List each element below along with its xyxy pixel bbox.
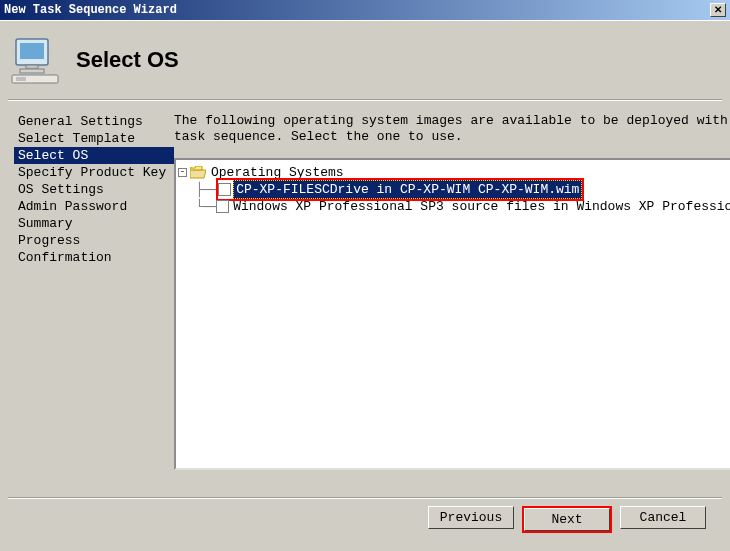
tree-line-icon: └── xyxy=(182,198,216,215)
svg-rect-5 xyxy=(16,77,26,81)
content: General Settings Select Template Select … xyxy=(8,113,722,483)
wizard-nav: General Settings Select Template Select … xyxy=(8,113,174,483)
window-body: Select OS General Settings Select Templa… xyxy=(0,20,730,551)
tree-item-label: CP-XP-FILESCDrive in CP-XP-WIM CP-XP-WIM… xyxy=(233,180,582,199)
nav-select-os[interactable]: Select OS xyxy=(14,147,174,164)
description-text: The following operating system images ar… xyxy=(174,113,730,146)
tree-collapse-icon[interactable]: - xyxy=(178,168,187,177)
nav-os-settings[interactable]: OS Settings xyxy=(14,181,174,198)
nav-progress[interactable]: Progress xyxy=(14,232,174,249)
tree-line-icon: ├── xyxy=(182,181,216,198)
svg-rect-1 xyxy=(20,43,44,59)
separator xyxy=(8,497,722,499)
window-title: New Task Sequence Wizard xyxy=(4,3,177,17)
cancel-button[interactable]: Cancel xyxy=(620,506,706,529)
tree-item-label: Windows XP Professional SP3 source files… xyxy=(231,198,730,215)
cd-icon xyxy=(218,183,231,196)
svg-rect-2 xyxy=(26,65,38,69)
separator xyxy=(8,99,722,101)
nav-confirmation[interactable]: Confirmation xyxy=(14,249,174,266)
nav-specify-product-key[interactable]: Specify Product Key xyxy=(14,164,174,181)
nav-select-template[interactable]: Select Template xyxy=(14,130,174,147)
folder-open-icon xyxy=(190,166,206,179)
svg-rect-3 xyxy=(20,69,44,73)
titlebar: New Task Sequence Wizard ✕ xyxy=(0,0,730,20)
tree-item[interactable]: └── Windows XP Professional SP3 source f… xyxy=(178,198,730,215)
nav-general-settings[interactable]: General Settings xyxy=(14,113,174,130)
highlight-box: Next xyxy=(522,506,612,533)
previous-button[interactable]: Previous xyxy=(428,506,514,529)
header: Select OS xyxy=(8,29,722,99)
os-tree[interactable]: - Operating Systems ├── CP-XP-FILESCDriv… xyxy=(174,158,730,470)
wizard-window: New Task Sequence Wizard ✕ Select OS Gen… xyxy=(0,0,730,551)
next-button[interactable]: Next xyxy=(524,508,610,531)
cd-icon xyxy=(216,200,229,213)
nav-summary[interactable]: Summary xyxy=(14,215,174,232)
computer-icon xyxy=(10,35,62,85)
page-title: Select OS xyxy=(76,47,179,73)
close-button[interactable]: ✕ xyxy=(710,3,726,17)
button-row: Previous Next Cancel xyxy=(428,506,706,533)
tree-item[interactable]: ├── CP-XP-FILESCDrive in CP-XP-WIM CP-XP… xyxy=(178,181,730,198)
nav-admin-password[interactable]: Admin Password xyxy=(14,198,174,215)
main-panel: The following operating system images ar… xyxy=(174,113,730,483)
